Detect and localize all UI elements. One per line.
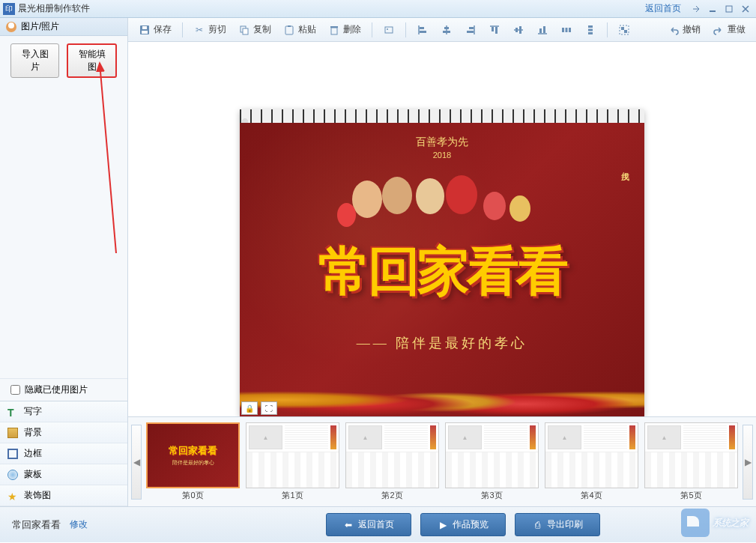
sidebar-item-mask[interactable]: 蒙板 [0, 464, 127, 485]
svg-rect-22 [467, 31, 474, 33]
svg-rect-18 [444, 27, 449, 29]
maximize-icon[interactable] [722, 3, 737, 15]
redo-icon [713, 24, 725, 36]
paste-button[interactable]: 粘贴 [279, 21, 321, 38]
svg-rect-40 [624, 30, 627, 33]
svg-rect-32 [562, 28, 564, 32]
preview-button[interactable]: ▶ 作品预览 [420, 513, 506, 536]
copy-icon [238, 24, 250, 36]
svg-point-13 [387, 28, 388, 30]
content-area: 保存 ✂ 剪切 复制 粘贴 删除 [128, 18, 756, 506]
canvas-top-text: 百善孝为先 [240, 136, 644, 149]
sidebar-header-label: 图片/照片 [21, 20, 59, 33]
save-button[interactable]: 保存 [134, 21, 176, 38]
copy-button[interactable]: 复制 [234, 21, 276, 38]
canvas-main-title: 常回家看看 [240, 237, 644, 307]
separator [607, 22, 608, 37]
svg-rect-30 [539, 28, 542, 33]
save-icon [139, 24, 151, 36]
settings-icon[interactable] [689, 3, 704, 15]
delete-button[interactable]: 删除 [324, 21, 366, 38]
thumbnail-page-2[interactable]: ▲ 第2页 [345, 422, 439, 501]
thumb-label: 第4页 [581, 490, 602, 501]
separator [182, 22, 183, 37]
canvas-lock-button[interactable]: 🔒 [241, 401, 258, 415]
home-icon: ⬅ [343, 520, 354, 530]
sidebar-item-background[interactable]: 背景 [0, 422, 127, 443]
align-right-icon [465, 24, 477, 36]
thumb-image: 常回家看看 陪伴是最好的孝心 [146, 422, 240, 488]
redo-button[interactable]: 重做 [708, 21, 750, 38]
align-middle-icon [512, 24, 524, 36]
align-right-button[interactable] [460, 22, 481, 38]
svg-rect-11 [330, 26, 338, 28]
canvas-expand-button[interactable]: ⛶ [261, 401, 277, 415]
distribute-v-icon [584, 24, 596, 36]
svg-rect-19 [443, 31, 450, 33]
family-illustration [337, 169, 547, 237]
svg-rect-16 [420, 31, 426, 33]
bottom-bar: 常回家看看 修改 ⬅ 返回首页 ▶ 作品预览 ⎙ 导出印刷 [0, 506, 756, 542]
thumbnail-page-1[interactable]: ▲ 第1页 [246, 422, 339, 501]
align-left-button[interactable] [412, 22, 433, 38]
thumb-next-button[interactable]: ▶ [743, 425, 753, 500]
align-1-button[interactable] [378, 22, 399, 38]
smart-fill-button[interactable]: 智能填图 [67, 43, 117, 78]
thumbnail-page-0[interactable]: 常回家看看 陪伴是最好的孝心 第0页 [146, 422, 240, 501]
text-icon: T [7, 407, 18, 417]
svg-rect-12 [385, 27, 393, 33]
home-button[interactable]: ⬅ 返回首页 [326, 513, 411, 536]
svg-rect-25 [495, 27, 498, 34]
distribute-h-button[interactable] [556, 22, 577, 38]
app-icon: 印 [3, 3, 15, 15]
canvas-subtitle: 陪伴是最好的孝心 [240, 334, 644, 352]
svg-rect-8 [285, 26, 293, 34]
svg-rect-37 [588, 32, 593, 34]
group-icon [618, 24, 630, 36]
align-bottom-button[interactable] [532, 22, 553, 38]
app-title: 晨光相册制作软件 [18, 2, 645, 15]
sidebar-item-text[interactable]: T 写字 [0, 401, 127, 422]
align-center-h-button[interactable] [436, 22, 457, 38]
thumb-label: 第1页 [282, 490, 303, 501]
background-icon [7, 428, 18, 438]
group-button[interactable] [614, 22, 635, 38]
sidebar-item-decoration[interactable]: ★ 装饰图 [0, 485, 127, 506]
align-middle-button[interactable] [508, 22, 529, 38]
thumb-image: ▲ [345, 422, 439, 488]
cut-button[interactable]: ✂ 剪切 [189, 21, 231, 38]
svg-rect-31 [543, 26, 545, 33]
toolbar: 保存 ✂ 剪切 复制 粘贴 删除 [128, 18, 756, 42]
svg-rect-27 [515, 28, 518, 32]
svg-rect-10 [331, 28, 337, 34]
flowers [240, 375, 644, 416]
undo-icon [668, 24, 680, 36]
sidebar-item-border[interactable]: 边框 [0, 443, 127, 464]
minimize-icon[interactable] [705, 3, 720, 15]
hide-used-row: 隐藏已使用图片 [0, 378, 127, 401]
svg-rect-7 [243, 28, 248, 34]
canvas[interactable]: 百善孝为先 2018 戊戌年 常回家看看 陪伴是最好的孝心 🔒 [240, 109, 644, 416]
align-top-button[interactable] [484, 22, 505, 38]
close-icon[interactable] [738, 3, 753, 15]
modify-link[interactable]: 修改 [70, 518, 88, 531]
import-image-button[interactable]: 导入图片 [10, 43, 59, 78]
cat-label: 背景 [24, 426, 42, 439]
thumbnail-page-3[interactable]: ▲ 第3页 [445, 422, 539, 501]
thumbnail-page-4[interactable]: ▲ 第4页 [545, 422, 638, 501]
align-bottom-icon [536, 24, 548, 36]
canvas-area: 百善孝为先 2018 戊戌年 常回家看看 陪伴是最好的孝心 🔒 [128, 42, 756, 416]
align-center-icon [441, 24, 453, 36]
undo-button[interactable]: 撤销 [663, 21, 705, 38]
svg-rect-35 [588, 25, 593, 28]
thumb-prev-button[interactable]: ◀ [131, 425, 142, 500]
home-link[interactable]: 返回首页 [645, 2, 681, 15]
export-button[interactable]: ⎙ 导出印刷 [515, 513, 600, 536]
canvas-controls: 🔒 ⛶ [241, 401, 277, 415]
thumb-image: ▲ [545, 422, 638, 488]
distribute-v-button[interactable] [580, 22, 601, 38]
hide-used-checkbox[interactable] [10, 385, 20, 395]
thumbnail-page-5[interactable]: ▲ 第5页 [644, 422, 738, 501]
svg-rect-9 [288, 25, 291, 27]
distribute-icon [560, 24, 572, 36]
